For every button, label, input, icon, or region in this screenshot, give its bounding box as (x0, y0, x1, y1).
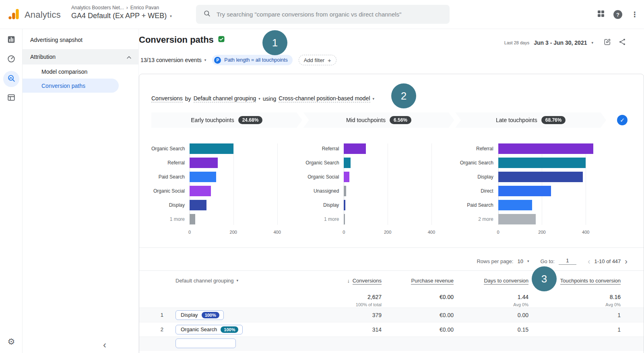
bar[interactable] (498, 172, 583, 182)
next-page-icon[interactable]: › (625, 257, 627, 265)
table-row-partial[interactable] (139, 336, 644, 351)
bar[interactable] (344, 186, 346, 196)
rows-per-page-select[interactable]: Rows per page: 10 ▾ (477, 258, 529, 264)
add-filter-button[interactable]: Add filter + (299, 55, 336, 65)
sidebar-item-label: Advertising snapshot (30, 37, 83, 43)
plus-icon: + (328, 57, 331, 64)
bar[interactable] (498, 143, 594, 154)
sidebar-item-conversion-paths[interactable]: Conversion paths (23, 79, 119, 93)
segment-late-touchpoints[interactable]: Late touchpoints 68.76% (455, 112, 606, 128)
bar-label: Paid Search (460, 202, 498, 208)
bar-track (344, 214, 460, 224)
total-conversions: 2,627 (316, 294, 382, 300)
static-text: by (185, 96, 191, 102)
rail-item-snapshot[interactable] (3, 32, 19, 48)
top-app-bar: Analytics Analytics Boosters Net... › En… (0, 0, 644, 29)
bar[interactable] (344, 158, 350, 168)
cell-conversions: 314 (316, 326, 382, 333)
channel-chip[interactable]: Organic Search 100% (175, 325, 243, 334)
bar-label: Referral (460, 146, 498, 152)
analytics-logo-icon (7, 7, 21, 23)
search-input[interactable] (217, 11, 442, 18)
bar[interactable] (190, 172, 216, 182)
bar-track (498, 200, 614, 210)
column-header-label: Purchase revenue (411, 278, 454, 284)
channel-chip[interactable]: Display 100% (175, 310, 224, 320)
page-range-text: 1-10 of 447 (594, 258, 621, 264)
segments-selected-check-icon[interactable]: ✓ (617, 115, 627, 125)
bar[interactable] (344, 200, 345, 210)
goto-page-input[interactable]: 1 (559, 257, 576, 265)
days-to-conversion-column-header[interactable]: Days to conversion (454, 278, 528, 284)
segment-early-touchpoints[interactable]: Early touchpoints 24.68% (151, 112, 302, 128)
bar[interactable] (190, 214, 195, 224)
segment-label: Early touchpoints (191, 117, 234, 123)
rail-item-planning[interactable] (3, 90, 19, 106)
dimension-column-header[interactable]: Default channel grouping ▾ (163, 278, 316, 284)
bar-track (498, 143, 614, 154)
channel-chip[interactable] (175, 338, 236, 348)
prev-page-icon[interactable]: ‹ (588, 257, 590, 265)
axis-tick: 200 (230, 230, 237, 235)
sidebar-item-advertising-snapshot[interactable]: Advertising snapshot (23, 32, 138, 48)
metric-selector[interactable]: Conversions (151, 95, 183, 102)
bar[interactable] (344, 172, 349, 182)
chart-x-axis: 0200400 (190, 228, 305, 237)
bar[interactable] (498, 158, 586, 168)
breadcrumb-user[interactable]: Enrico Pavan (130, 5, 159, 10)
bar[interactable] (498, 200, 532, 210)
property-name[interactable]: GA4 Default (Ex APP + WEB) (71, 12, 167, 20)
date-preset-label: Last 28 days (504, 40, 529, 45)
help-icon[interactable]: ? (613, 10, 622, 19)
bar[interactable] (344, 214, 345, 224)
bar[interactable] (498, 186, 551, 196)
breadcrumb: Analytics Boosters Net... › Enrico Pavan (71, 5, 172, 10)
path-length-filter-chip[interactable]: P Path length = all touchpoints (212, 55, 292, 65)
bar-label: Organic Social (151, 188, 190, 194)
bar-row: Display (151, 200, 305, 210)
dimension-selector[interactable]: Default channel grouping (194, 95, 256, 102)
edit-report-icon[interactable] (603, 38, 611, 48)
apps-grid-icon[interactable] (597, 10, 605, 19)
chevron-down-icon: ▾ (591, 41, 593, 45)
segment-mid-touchpoints[interactable]: Mid touchpoints 6.56% (303, 112, 454, 128)
sidebar-item-model-comparison[interactable]: Model comparison (23, 64, 138, 79)
kebab-menu-icon[interactable]: ⋮ (631, 10, 638, 19)
bar-row: Organic Search (305, 158, 460, 168)
collapse-nav-icon[interactable]: ‹ (103, 340, 106, 350)
conversions-column-header[interactable]: ↓ Conversions (316, 278, 382, 284)
bar[interactable] (190, 200, 206, 210)
ga-logo[interactable]: Analytics (7, 7, 61, 23)
purchase-revenue-column-header[interactable]: Purchase revenue (382, 278, 454, 284)
rail-item-attribution[interactable] (3, 71, 19, 87)
filter-chip-label: Path length = all touchpoints (224, 57, 287, 63)
share-icon[interactable] (618, 38, 626, 48)
sidebar-section-attribution[interactable]: Attribution (23, 49, 138, 64)
global-search[interactable] (196, 5, 450, 24)
late-touchpoints-chart: ReferralOrganic SearchDisplayDirectPaid … (460, 143, 614, 237)
property-selector[interactable]: Analytics Boosters Net... › Enrico Pavan… (71, 5, 172, 20)
add-filter-label: Add filter (304, 57, 324, 63)
bar[interactable] (190, 158, 218, 168)
model-selector[interactable]: Cross-channel position-based model (279, 95, 370, 102)
bar-row: Unassigned (305, 186, 460, 196)
table-row[interactable]: 2 Organic Search 100% 314 €0.00 0.15 1 (139, 322, 644, 336)
search-icon (203, 10, 211, 19)
bar-track (498, 158, 614, 168)
bar[interactable] (344, 143, 365, 154)
table-row[interactable]: 1 Display 100% 379 €0.00 0.00 1 (139, 307, 644, 322)
date-range-picker[interactable]: Last 28 days Jun 3 - Jun 30, 2021 ▾ (504, 38, 626, 48)
gear-icon[interactable]: ⚙ (0, 337, 23, 347)
bar[interactable] (190, 186, 211, 196)
bar[interactable] (498, 214, 536, 224)
total-days-sub: Avg 0% (454, 302, 528, 307)
breadcrumb-account[interactable]: Analytics Boosters Net... (71, 5, 124, 10)
rail-item-performance[interactable] (3, 52, 19, 68)
bar[interactable] (190, 143, 233, 154)
verified-check-icon (218, 35, 225, 44)
bar-label: Direct (460, 188, 498, 194)
conversion-events-dropdown[interactable]: 13/13 conversion events ▾ (140, 57, 206, 63)
bar-label: Referral (305, 146, 344, 152)
segment-label: Mid touchpoints (346, 117, 386, 123)
chevron-down-icon: ▾ (170, 14, 172, 18)
